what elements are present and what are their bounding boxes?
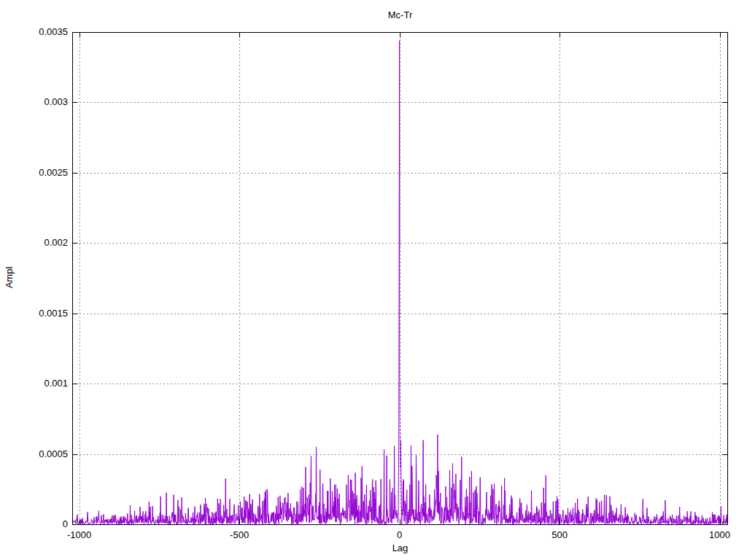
chart-figure: Mc-Tr Ampl 00.00050.0010.00150.0020.0025… bbox=[0, 0, 747, 560]
y-tick-label: 0.0005 bbox=[0, 448, 68, 460]
x-tick-label: 500 bbox=[538, 529, 581, 541]
y-tick-label: 0.003 bbox=[0, 96, 68, 108]
x-tick-label: -500 bbox=[217, 529, 261, 541]
chart-title: Mc-Tr bbox=[72, 9, 728, 20]
y-tick-label: 0.0035 bbox=[0, 26, 68, 38]
x-tick-label: 0 bbox=[378, 529, 422, 541]
plot-area bbox=[72, 32, 728, 525]
y-tick-label: 0.0015 bbox=[0, 308, 68, 319]
y-tick-label: 0.002 bbox=[0, 237, 68, 249]
y-tick-label: 0 bbox=[0, 518, 68, 530]
y-axis-label: Ampl bbox=[4, 249, 15, 307]
x-tick-label: 1000 bbox=[698, 529, 742, 541]
y-tick-label: 0.001 bbox=[0, 378, 68, 389]
x-axis-label: Lag bbox=[72, 542, 728, 553]
y-tick-label: 0.0025 bbox=[0, 167, 68, 179]
x-tick-label: -1000 bbox=[58, 529, 101, 541]
